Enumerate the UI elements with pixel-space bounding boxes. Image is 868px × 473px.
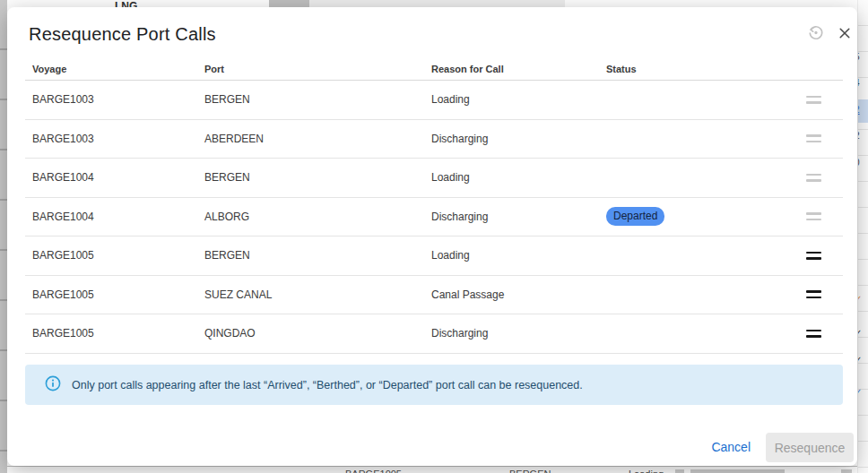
close-icon: [835, 23, 855, 46]
cell-port: ALBORG: [204, 211, 431, 223]
restore-icon: [805, 22, 826, 46]
background-check-fragment: ✓: [857, 355, 862, 365]
cell-port: QINGDAO: [204, 327, 431, 340]
port-call-row: BARGE1005 BERGEN Loading: [25, 236, 843, 276]
cell-reason: Loading: [431, 171, 606, 184]
background-date-fragment: [690, 469, 785, 473]
background-left-edge: [0, 0, 7, 473]
cell-voyage: BARGE1003: [32, 133, 204, 145]
cell-voyage: BARGE1004: [32, 211, 204, 223]
background-digit-fragment: 5: [857, 52, 860, 62]
drag-handle-icon[interactable]: [806, 330, 821, 338]
drag-handle-icon: [806, 96, 821, 104]
drag-handle-icon: [806, 134, 821, 142]
drag-handle-icon[interactable]: [806, 290, 821, 298]
table-header-row: Voyage Port Reason for Call Status: [25, 57, 843, 81]
port-calls-table: Voyage Port Reason for Call Status BARGE…: [25, 57, 843, 354]
resequence-port-calls-dialog: Resequence Port Calls Voyage Port: [7, 7, 857, 466]
port-call-row: BARGE1005 QINGDAO Discharging: [25, 314, 843, 354]
background-check-fragment: ✓: [857, 328, 862, 338]
port-call-row: BARGE1005 SUEZ CANAL Canal Passage: [25, 276, 843, 315]
drag-handle-icon: [806, 212, 821, 220]
background-check-fragment: ✓: [857, 387, 862, 397]
info-icon: [45, 375, 61, 395]
drag-handle-icon[interactable]: [806, 252, 821, 260]
cell-voyage: BARGE1005: [32, 249, 204, 262]
cell-reason: Discharging: [431, 211, 606, 223]
background-right-edge: 5 4 2 2 0 ✓ ✓ ✓ ✓: [857, 0, 868, 473]
background-row-fragment: Loading: [629, 469, 664, 473]
cell-port: BERGEN: [204, 171, 431, 184]
info-banner: Only port calls appearing after the last…: [25, 365, 843, 405]
drag-handle-icon: [806, 174, 821, 182]
cell-reason: Discharging: [431, 133, 606, 145]
cell-reason: Loading: [431, 93, 606, 106]
resequence-button[interactable]: Resequence: [766, 433, 854, 462]
background-row-fragment: BARGE1005: [345, 469, 402, 473]
background-checkbox-fragment: [841, 469, 852, 473]
background-scrollbar-fragment: [269, 0, 309, 7]
cell-status: Departed: [606, 207, 764, 226]
column-header-status: Status: [606, 64, 764, 74]
port-call-row: BARGE1004 ALBORG Discharging Departed: [25, 198, 843, 237]
dialog-title: Resequence Port Calls: [29, 24, 216, 45]
cell-reason: Canal Passage: [431, 288, 606, 301]
cell-voyage: BARGE1003: [32, 93, 204, 106]
background-digit-fragment: 4: [857, 78, 860, 88]
column-header-voyage: Voyage: [32, 64, 204, 74]
background-top-edge: LNG: [7, 0, 868, 7]
cell-voyage: BARGE1004: [32, 171, 204, 184]
column-header-reason: Reason for Call: [431, 64, 606, 74]
port-call-row: BARGE1003 ABERDEEN Discharging: [25, 120, 843, 159]
port-call-row: BARGE1004 BERGEN Loading: [25, 159, 843, 198]
background-checkbox-fragment: [675, 469, 684, 473]
close-button[interactable]: [833, 22, 856, 46]
cell-port: ABERDEEN: [204, 133, 431, 145]
background-digit-fragment: 2: [857, 131, 860, 141]
cell-voyage: BARGE1005: [32, 327, 204, 340]
background-check-fragment: ✓: [857, 294, 862, 304]
background-header-fragment: [309, 0, 565, 7]
cell-port: SUEZ CANAL: [204, 288, 431, 301]
restore-order-button[interactable]: [803, 22, 827, 46]
cell-port: BERGEN: [204, 93, 431, 106]
background-lng-label: LNG: [115, 0, 137, 7]
cell-port: BERGEN: [204, 249, 431, 262]
info-banner-text: Only port calls appearing after the last…: [72, 379, 583, 391]
port-call-row: BARGE1003 BERGEN Loading: [25, 81, 843, 120]
cell-voyage: BARGE1005: [32, 288, 204, 301]
background-digit-fragment: 2: [857, 105, 860, 115]
background-bottom-edge: BARGE1005 BERGEN Loading: [7, 466, 857, 473]
cancel-button[interactable]: Cancel: [711, 433, 751, 462]
screen: LNG 5 4 2 2 0 ✓ ✓ ✓ ✓ BARGE1005 BERGEN L…: [0, 0, 868, 473]
column-header-port: Port: [204, 64, 431, 74]
background-digit-fragment: 0: [857, 158, 860, 168]
status-badge-departed: Departed: [606, 207, 664, 226]
cell-reason: Discharging: [431, 327, 606, 340]
background-row-fragment: BERGEN: [509, 469, 551, 473]
cell-reason: Loading: [431, 249, 606, 262]
